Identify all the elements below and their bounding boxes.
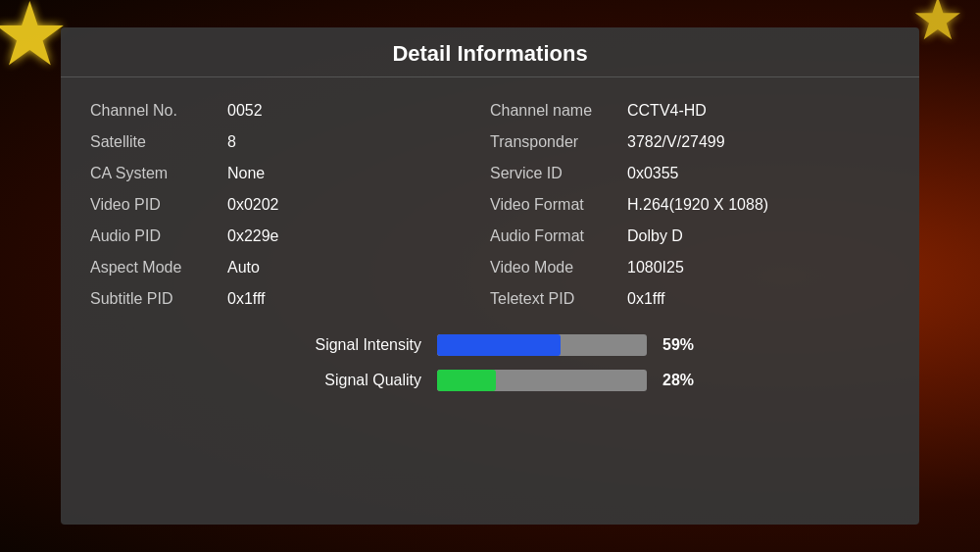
signal-intensity-label: Signal Intensity bbox=[274, 336, 421, 354]
info-value: Auto bbox=[227, 259, 260, 276]
info-value: 0x0202 bbox=[227, 196, 279, 214]
info-value: 0052 bbox=[227, 102, 263, 120]
info-value: 0x0355 bbox=[627, 165, 679, 182]
right-info-row: Channel name CCTV4-HD bbox=[490, 95, 890, 126]
info-value: None bbox=[227, 165, 265, 182]
dialog-content: Channel No. 0052 Satellite 8 CA System N… bbox=[61, 77, 919, 525]
info-label: Transponder bbox=[490, 133, 627, 151]
info-value: 1080I25 bbox=[627, 259, 684, 276]
info-value: 0x229e bbox=[227, 227, 279, 245]
right-info-row: Teletext PID 0x1fff bbox=[490, 283, 890, 315]
right-info-row: Audio Format Dolby D bbox=[490, 221, 890, 252]
signal-quality-row: Signal Quality 28% bbox=[274, 370, 706, 391]
right-info-row: Video Format H.264(1920 X 1088) bbox=[490, 189, 890, 221]
info-label: Channel name bbox=[490, 102, 627, 120]
info-label: Satellite bbox=[90, 133, 227, 151]
right-info-row: Transponder 3782/V/27499 bbox=[490, 126, 890, 158]
left-info-row: Aspect Mode Auto bbox=[90, 252, 490, 283]
left-info-row: Satellite 8 bbox=[90, 126, 490, 158]
signal-quality-fill bbox=[437, 370, 496, 391]
dialog-title: Detail Informations bbox=[61, 27, 919, 77]
info-label: Audio PID bbox=[90, 227, 227, 245]
info-value: 3782/V/27499 bbox=[627, 133, 725, 151]
info-value: 8 bbox=[227, 133, 236, 151]
signal-intensity-bar bbox=[437, 334, 647, 356]
signal-quality-label: Signal Quality bbox=[274, 372, 421, 389]
left-info-row: Subtitle PID 0x1fff bbox=[90, 283, 490, 315]
left-info-row: Channel No. 0052 bbox=[90, 95, 490, 126]
left-column: Channel No. 0052 Satellite 8 CA System N… bbox=[90, 95, 490, 315]
left-info-row: Video PID 0x0202 bbox=[90, 189, 490, 221]
info-label: CA System bbox=[90, 165, 227, 182]
left-info-row: CA System None bbox=[90, 158, 490, 189]
info-value: H.264(1920 X 1088) bbox=[627, 196, 768, 214]
info-label: Teletext PID bbox=[490, 290, 627, 308]
info-label: Channel No. bbox=[90, 102, 227, 120]
info-label: Service ID bbox=[490, 165, 627, 182]
signal-intensity-fill bbox=[437, 334, 561, 356]
info-value: 0x1fff bbox=[627, 290, 665, 308]
signal-intensity-row: Signal Intensity 59% bbox=[274, 334, 706, 356]
info-label: Video Format bbox=[490, 196, 627, 214]
star-decoration-right: ★ bbox=[911, 0, 980, 69]
info-label: Audio Format bbox=[490, 227, 627, 245]
info-label: Video PID bbox=[90, 196, 227, 214]
info-label: Aspect Mode bbox=[90, 259, 227, 276]
info-label: Video Mode bbox=[490, 259, 627, 276]
right-info-row: Video Mode 1080I25 bbox=[490, 252, 890, 283]
info-grid: Channel No. 0052 Satellite 8 CA System N… bbox=[90, 95, 890, 315]
signal-section: Signal Intensity 59% Signal Quality 28% bbox=[90, 334, 890, 407]
right-info-row: Service ID 0x0355 bbox=[490, 158, 890, 189]
info-value: CCTV4-HD bbox=[627, 102, 707, 120]
left-info-row: Audio PID 0x229e bbox=[90, 221, 490, 252]
info-value: Dolby D bbox=[627, 227, 683, 245]
info-label: Subtitle PID bbox=[90, 290, 227, 308]
info-value: 0x1fff bbox=[227, 290, 266, 308]
signal-intensity-percent: 59% bbox=[662, 336, 706, 354]
signal-quality-bar bbox=[437, 370, 647, 391]
right-column: Channel name CCTV4-HD Transponder 3782/V… bbox=[490, 95, 890, 315]
detail-info-dialog: Detail Informations Channel No. 0052 Sat… bbox=[61, 27, 919, 525]
signal-quality-percent: 28% bbox=[662, 372, 706, 389]
